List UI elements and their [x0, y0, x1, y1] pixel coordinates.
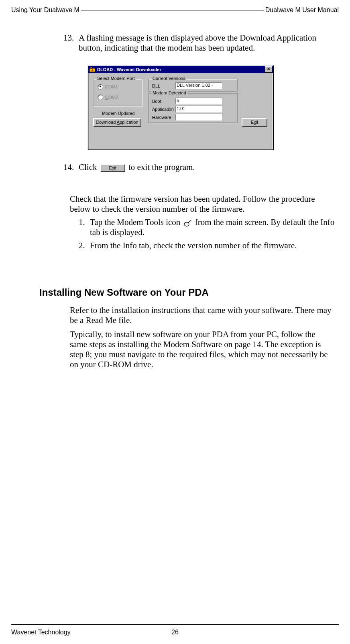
- field-label: DLL: [152, 84, 175, 88]
- check-step-1: 1. Tap the Modem Tools icon from the mai…: [79, 217, 335, 237]
- list-number: 1.: [79, 217, 90, 237]
- field-value: [175, 114, 222, 121]
- title-text: DLOAD - Wavenet Downloader: [97, 67, 265, 72]
- field-value: 1.01: [175, 106, 222, 112]
- modem-tools-icon: [183, 219, 192, 227]
- step-14: 14. Click Exit to exit the program.: [63, 162, 335, 172]
- step-number: 13.: [63, 33, 79, 53]
- downloader-dialog: DLOAD - Wavenet Downloader ✕ Select Mode…: [88, 65, 274, 150]
- field-label: Application: [152, 107, 175, 112]
- section-paragraph-1: Refer to the installation instructions t…: [70, 305, 332, 325]
- step-text: Click Exit to exit the program.: [79, 162, 335, 172]
- svg-point-4: [191, 221, 191, 221]
- close-icon[interactable]: ✕: [265, 66, 272, 73]
- status-modem-updated: Modem Updated: [102, 111, 134, 116]
- step-text: A flashing message is then displayed abo…: [79, 33, 335, 53]
- inline-exit-button[interactable]: Exit: [100, 164, 125, 172]
- title-bar: DLOAD - Wavenet Downloader ✕: [88, 66, 273, 73]
- app-icon: [89, 66, 96, 73]
- radio-icon: [98, 84, 103, 90]
- page-header: Using Your Dualwave M Dualwave M User Ma…: [11, 6, 339, 14]
- radio-icon: [98, 94, 103, 100]
- check-firmware-paragraph: Check that the firmware version has been…: [70, 194, 335, 214]
- group-title: Modem Detected: [151, 90, 187, 95]
- header-rule: [81, 10, 264, 10]
- group-title: Select Modem Port: [96, 76, 136, 81]
- step-number: 14.: [63, 162, 79, 172]
- header-right: Dualwave M User Manual: [265, 6, 339, 14]
- page-number: 26: [171, 629, 179, 636]
- field-label: Boot: [152, 99, 175, 104]
- step-13: 13. A flashing message is then displayed…: [63, 33, 335, 53]
- field-dll: DLL DLL Version 1.02 -: [152, 82, 222, 89]
- field-value: b: [175, 98, 222, 104]
- radio-com1[interactable]: COM1: [98, 84, 118, 90]
- field-hardware: Hardware: [152, 114, 222, 121]
- field-value: DLL Version 1.02 -: [175, 82, 222, 89]
- download-application-button[interactable]: Download Application: [93, 118, 141, 127]
- list-text: Tap the Modem Tools icon from the main s…: [90, 217, 335, 237]
- group-modem-detected: Modem Detected Boot b Application 1.01 H…: [149, 93, 238, 123]
- section-paragraph-2: Typically, to install new software on yo…: [70, 329, 332, 370]
- header-left: Using Your Dualwave M: [11, 6, 79, 14]
- radio-com2[interactable]: COM2: [98, 94, 118, 100]
- field-boot: Boot b: [152, 98, 222, 104]
- svg-point-2: [184, 222, 189, 226]
- svg-point-3: [190, 220, 191, 221]
- svg-rect-1: [90, 67, 92, 68]
- list-number: 2.: [79, 241, 90, 251]
- section-heading: Installing New Software on Your PDA: [39, 287, 339, 298]
- field-application: Application 1.01: [152, 106, 222, 112]
- field-label: Hardware: [152, 115, 175, 120]
- footer-left: Wavenet Technology: [11, 629, 71, 636]
- check-step-2: 2. From the Info tab, check the version …: [79, 241, 335, 251]
- page-footer: Wavenet Technology 26: [11, 624, 339, 636]
- group-current-versions: Current Versions DLL DLL Version 1.02 -: [149, 79, 238, 92]
- group-select-modem-port: Select Modem Port COM1 COM2: [93, 79, 142, 106]
- list-text: From the Info tab, check the version num…: [90, 241, 335, 251]
- exit-button[interactable]: Exit: [242, 118, 267, 127]
- group-title: Current Versions: [151, 76, 187, 81]
